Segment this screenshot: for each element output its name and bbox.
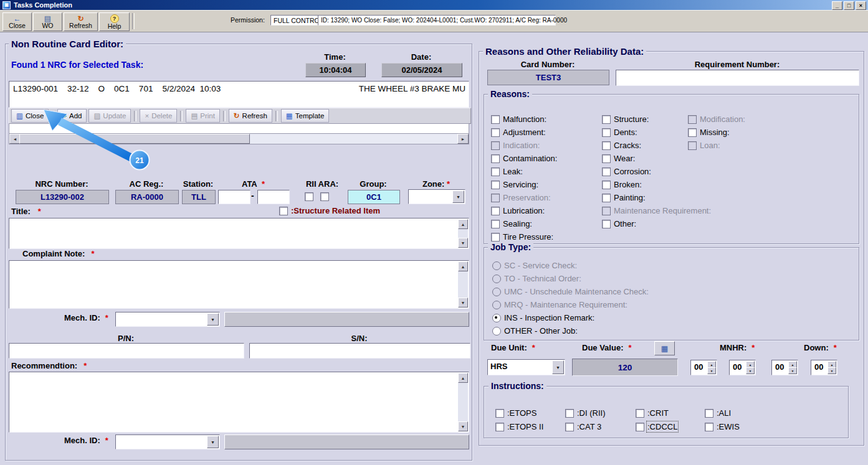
refresh-button[interactable]: ↻ Refresh — [64, 12, 98, 31]
checkbox[interactable] — [491, 207, 500, 215]
ara-checkbox[interactable] — [320, 192, 329, 201]
scroll-up-button[interactable]: ▲ — [458, 261, 468, 271]
zone-dropdown[interactable]: ▼ — [408, 189, 465, 204]
radio[interactable] — [492, 314, 501, 322]
structure-related-checkbox[interactable] — [279, 207, 288, 215]
sn-input[interactable] — [249, 343, 470, 359]
tasks-completion-window: ▣ Tasks Completion _ □ × ← Close ▤ WO ↻ … — [0, 0, 868, 465]
checkbox[interactable] — [602, 115, 611, 124]
mnhr-hours-stepper[interactable]: 00 ▲ ▼ — [690, 360, 717, 375]
complaint-scrollbar[interactable]: ▲ ▼ — [458, 261, 468, 308]
scroll-down-button[interactable]: ▼ — [458, 421, 468, 431]
workorder-info: ID: 13290; WO Close: False; WO: 202404-L… — [321, 17, 567, 24]
mech-id2-label-row: Mech. ID: * — [64, 436, 108, 445]
requirement-number-input[interactable] — [616, 70, 859, 86]
ata-chapter-input[interactable] — [218, 190, 250, 204]
checkbox[interactable] — [602, 194, 611, 202]
checkbox-label: Maintenance Requirement: — [614, 206, 711, 215]
scroll-up-button[interactable]: ▲ — [458, 373, 468, 383]
maximize-button[interactable]: □ — [844, 1, 854, 10]
checkbox[interactable] — [636, 423, 644, 431]
ata-section-input[interactable] — [257, 190, 290, 204]
checkbox-label: Malfunction: — [503, 115, 546, 124]
mech-id2-dropdown[interactable]: ▼ — [115, 434, 220, 449]
checkbox[interactable] — [688, 128, 697, 137]
checkbox[interactable] — [602, 220, 611, 228]
pn-input[interactable] — [9, 343, 244, 359]
recommendation-scrollbar[interactable]: ▲ ▼ — [458, 373, 468, 431]
checkbox[interactable] — [491, 167, 500, 176]
mnhr-label-row: MNHR: * — [720, 343, 755, 352]
checkbox[interactable] — [705, 409, 713, 418]
checkbox-label: Missing: — [700, 128, 730, 137]
checkbox[interactable] — [491, 115, 500, 124]
checkbox[interactable] — [602, 167, 611, 176]
spin-down-icon[interactable]: ▼ — [827, 367, 836, 374]
reason-loan: Loan: — [688, 141, 720, 150]
checkbox[interactable] — [491, 181, 500, 189]
grid-refresh-button[interactable]: ↻ Refresh — [229, 109, 272, 123]
wo-button[interactable]: ▤ WO — [33, 12, 62, 31]
scroll-up-button[interactable]: ▲ — [458, 219, 468, 229]
scroll-down-button[interactable]: ▼ — [458, 238, 468, 248]
checkbox[interactable] — [565, 409, 574, 418]
date-label: Date: — [381, 52, 461, 62]
dropdown-arrow-icon[interactable]: ▼ — [207, 436, 219, 448]
spin-down-icon[interactable]: ▼ — [746, 367, 755, 374]
due-unit-dropdown[interactable]: HRS ▼ — [487, 359, 565, 375]
scroll-right-button[interactable]: ► — [457, 134, 469, 144]
instruction-ewis: :EWIS — [705, 422, 740, 431]
checkbox[interactable] — [602, 141, 611, 150]
spin-down-icon[interactable]: ▼ — [707, 367, 716, 374]
checkbox[interactable] — [565, 423, 574, 431]
mnhr-minutes-stepper[interactable]: 00 ▲ ▼ — [729, 360, 756, 375]
rii-checkbox[interactable] — [305, 192, 313, 201]
help-button[interactable]: ? Help — [99, 12, 130, 31]
reason-adjustment: Adjustment: — [491, 128, 546, 137]
checkbox[interactable] — [602, 154, 611, 163]
mech-id-dropdown[interactable]: ▼ — [115, 312, 220, 327]
toolbar-separator — [132, 13, 135, 29]
app-icon: ▣ — [2, 1, 11, 9]
checkbox[interactable] — [636, 409, 644, 418]
dropdown-arrow-icon[interactable]: ▼ — [552, 360, 564, 374]
checkbox[interactable] — [491, 154, 500, 163]
checkbox[interactable] — [495, 409, 504, 418]
checkbox-label: Structure: — [614, 115, 649, 124]
down-minutes-stepper[interactable]: 00 ▲ ▼ — [811, 360, 837, 375]
reason-tire-pressure: Tire Pressure: — [491, 232, 553, 242]
dropdown-arrow-icon[interactable]: ▼ — [452, 190, 464, 203]
calculator-button[interactable]: ▦ — [654, 341, 675, 355]
checkbox-label: Wear: — [614, 154, 635, 163]
group-label: Group: — [348, 179, 399, 189]
callout-step-number: 21 — [135, 156, 144, 165]
checkbox — [602, 207, 611, 215]
title-scrollbar[interactable]: ▲ ▼ — [458, 219, 468, 248]
checkbox[interactable] — [602, 128, 611, 137]
scroll-down-button[interactable]: ▼ — [458, 298, 468, 308]
checkbox — [688, 141, 697, 150]
checkbox[interactable] — [495, 423, 504, 431]
callout-arrow: 21 — [37, 106, 162, 174]
checkbox[interactable] — [491, 220, 500, 228]
checkbox[interactable] — [705, 423, 713, 431]
radio — [492, 275, 501, 283]
close-window-button[interactable]: × — [856, 1, 866, 10]
complaint-textarea[interactable]: ▲ ▼ — [9, 260, 469, 309]
title-textarea[interactable]: ▲ ▼ — [9, 218, 469, 249]
minimize-button[interactable]: _ — [832, 1, 842, 10]
checkbox[interactable] — [602, 181, 611, 189]
checkbox[interactable] — [491, 233, 500, 242]
recommendation-textarea[interactable]: ▲ ▼ — [9, 372, 469, 433]
nrc-grid-row[interactable]: L13290-001 32-12 O 0C1 701 5/2/2024 10:0… — [13, 84, 221, 93]
radio[interactable] — [492, 327, 501, 336]
close-button[interactable]: ← Close — [2, 12, 32, 31]
dropdown-arrow-icon[interactable]: ▼ — [207, 313, 219, 326]
down-hours-stepper[interactable]: 00 ▲ ▼ — [771, 360, 798, 375]
reason-lubrication: Lubrication: — [491, 206, 545, 215]
checkbox-label: Leak: — [503, 167, 523, 176]
checkbox[interactable] — [491, 128, 500, 137]
nrc-grid-row-description[interactable]: THE WHEEL #3 BRAKE MU — [359, 84, 465, 93]
spin-down-icon[interactable]: ▼ — [788, 367, 797, 374]
grid-template-button[interactable]: ▦ Template — [281, 109, 330, 123]
